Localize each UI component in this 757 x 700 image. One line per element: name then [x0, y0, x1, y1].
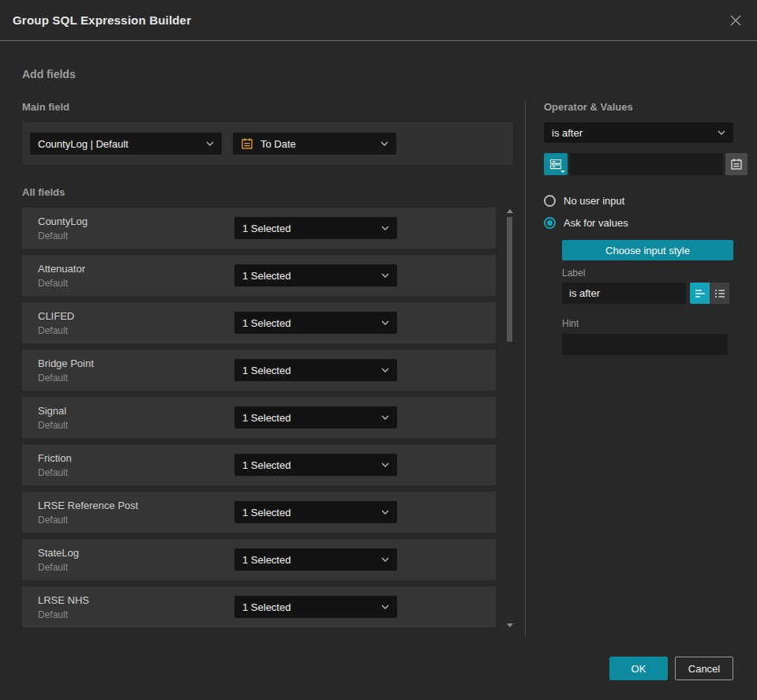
operator-values-label: Operator & Values: [544, 100, 733, 114]
chevron-down-icon: [381, 510, 389, 515]
scrollbar-thumb[interactable]: [507, 217, 512, 342]
main-field-dropdown-value: CountyLog | Default: [38, 138, 129, 150]
value-row: [544, 153, 733, 175]
chevron-down-icon: [718, 130, 725, 135]
chevron-down-icon: [381, 605, 389, 609]
stacked-values-icon[interactable]: [544, 153, 568, 175]
field-row: Attenuator Default 1 Selected: [22, 255, 496, 296]
input-style-toggle: [690, 283, 729, 304]
radio-ask-for-values[interactable]: Ask for values: [544, 217, 733, 229]
field-selected-dropdown[interactable]: 1 Selected: [234, 501, 397, 523]
field-selected-value: 1 Selected: [242, 270, 290, 282]
field-selected-dropdown[interactable]: 1 Selected: [234, 596, 397, 618]
field-selected-dropdown[interactable]: 1 Selected: [234, 548, 397, 571]
dialog-title: Group SQL Expression Builder: [13, 13, 191, 27]
field-selected-dropdown[interactable]: 1 Selected: [234, 359, 397, 381]
field-row: CountyLog Default 1 Selected: [22, 208, 496, 249]
calendar-amber-icon: [241, 137, 253, 150]
chevron-down-icon: [381, 320, 389, 325]
field-selected-value: 1 Selected: [242, 412, 290, 424]
field-row: LRSE NHS Default 1 Selected: [22, 586, 496, 627]
all-fields-label: All fields: [22, 185, 513, 200]
main-field-label: Main field: [22, 100, 513, 114]
dialog-footer: OK Cancel: [609, 657, 733, 680]
field-selected-value: 1 Selected: [242, 459, 290, 471]
hint-label: Hint: [562, 318, 733, 329]
operator-dropdown-value: is after: [552, 127, 583, 139]
label-row: [562, 283, 733, 304]
field-selected-value: 1 Selected: [242, 554, 290, 566]
hint-input[interactable]: [562, 334, 728, 355]
scrollbar[interactable]: [496, 208, 513, 627]
label-label: Label: [562, 268, 733, 279]
radio-icon: [544, 195, 556, 207]
field-row: CLIFED Default 1 Selected: [22, 302, 496, 343]
field-selected-dropdown[interactable]: 1 Selected: [234, 454, 397, 476]
ask-for-values-options: Choose input style Label: [562, 240, 733, 355]
operator-values-column: Operator & Values is after: [525, 100, 733, 637]
field-selected-value: 1 Selected: [242, 365, 290, 376]
main-field-panel: CountyLog | Default: [22, 122, 513, 165]
radio-no-user-input-label: No user input: [564, 195, 624, 207]
radio-no-user-input[interactable]: No user input: [544, 195, 733, 207]
group-sql-expression-builder-dialog: Group SQL Expression Builder Add fields …: [0, 0, 757, 700]
chevron-down-icon: [381, 415, 389, 420]
date-mode-dropdown[interactable]: To Date: [233, 133, 396, 155]
field-row: StateLog Default 1 Selected: [22, 539, 496, 580]
radio-checked-icon: [544, 217, 556, 229]
field-selected-dropdown[interactable]: 1 Selected: [234, 217, 397, 239]
chevron-down-icon: [381, 462, 389, 467]
all-fields-list: CountyLog Default 1 Selected Attenuator …: [22, 208, 496, 634]
calendar-white-icon[interactable]: [725, 153, 748, 175]
field-row: Bridge Point Default 1 Selected: [22, 350, 496, 391]
field-row: Signal Default 1 Selected: [22, 397, 496, 438]
value-input[interactable]: [570, 153, 723, 175]
field-row: Friction Default 1 Selected: [22, 444, 496, 485]
add-fields-heading: Add fields: [22, 67, 733, 81]
scroll-down-icon[interactable]: [507, 623, 512, 627]
chevron-down-icon: [381, 368, 389, 372]
chevron-down-icon: [381, 273, 389, 278]
field-selected-value: 1 Selected: [242, 601, 290, 613]
field-selected-dropdown[interactable]: 1 Selected: [234, 406, 397, 429]
scroll-up-icon[interactable]: [507, 209, 512, 213]
chevron-down-icon: [381, 226, 389, 230]
list-icon[interactable]: [710, 283, 729, 304]
close-icon[interactable]: [727, 12, 744, 29]
field-row: LRSE Reference Post Default 1 Selected: [22, 492, 496, 533]
field-selected-value: 1 Selected: [242, 507, 290, 518]
chevron-down-icon: [381, 557, 389, 562]
field-selected-dropdown[interactable]: 1 Selected: [234, 264, 397, 286]
dialog-content: Add fields Main field CountyLog | Defaul…: [0, 67, 757, 637]
date-mode-dropdown-value: To Date: [260, 138, 296, 150]
operator-dropdown[interactable]: is after: [544, 122, 733, 143]
fields-column: Main field CountyLog | Default: [22, 100, 513, 637]
chevron-down-icon: [380, 141, 388, 146]
field-selected-value: 1 Selected: [242, 223, 290, 234]
radio-ask-for-values-label: Ask for values: [564, 217, 628, 229]
cancel-button[interactable]: Cancel: [675, 657, 733, 680]
main-field-dropdown[interactable]: CountyLog | Default: [30, 133, 222, 155]
align-left-icon[interactable]: [690, 283, 710, 304]
field-selected-dropdown[interactable]: 1 Selected: [234, 312, 397, 334]
field-selected-value: 1 Selected: [242, 317, 290, 329]
choose-input-style-button[interactable]: Choose input style: [562, 240, 733, 260]
ok-button[interactable]: OK: [609, 657, 668, 680]
chevron-down-icon: [206, 141, 214, 146]
title-bar: Group SQL Expression Builder: [0, 0, 757, 41]
label-input[interactable]: [562, 283, 686, 304]
